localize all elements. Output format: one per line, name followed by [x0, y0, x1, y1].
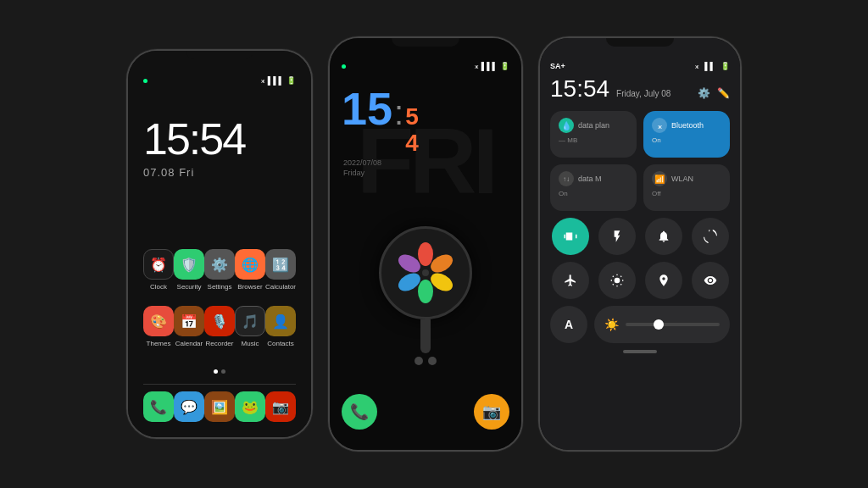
- cc-tiles-grid: 💧 data plan — MB ⁎ Bluetooth On ↑↓ data …: [550, 111, 730, 211]
- lock-time: 15:54: [143, 117, 296, 161]
- app-calculator[interactable]: 🔢 Calculator: [265, 249, 296, 291]
- svg-point-8: [614, 278, 620, 284]
- wlan-status: Off: [652, 190, 721, 197]
- phone-lockscreen: ⁎ ▌▌▌ 🔋 15:54 07.08 Fri ⏰ Clock 🛡️ Secur…: [126, 49, 313, 439]
- tile-data-plan-header: 💧 data plan: [559, 118, 628, 133]
- bluetooth-status: On: [652, 136, 721, 144]
- dock-phone[interactable]: 📞: [143, 391, 174, 422]
- bluetooth-label: Bluetooth: [671, 121, 704, 130]
- bell-button[interactable]: [645, 218, 682, 255]
- status-icons-1: ⁎ ▌▌▌ 🔋: [261, 76, 296, 85]
- spinner-handle: [420, 319, 431, 353]
- clock-icon: ⏰: [143, 249, 174, 280]
- music-icon: 🎵: [235, 306, 265, 336]
- dock-misc[interactable]: 🐸: [235, 391, 265, 422]
- data-status: On: [559, 190, 628, 197]
- calculator-icon: 🔢: [265, 249, 296, 280]
- app-calendar[interactable]: 📅 Calendar: [174, 306, 204, 347]
- wlan-tile-icon: 📶: [652, 171, 667, 186]
- data-plan-icon: 💧: [559, 118, 574, 133]
- cc-bottom-row: A ☀️: [550, 306, 730, 343]
- app-security[interactable]: 🛡️ Security: [174, 249, 204, 291]
- themes-label: Themes: [147, 340, 171, 347]
- fab-phone[interactable]: 📞: [342, 394, 377, 430]
- app-clock[interactable]: ⏰ Clock: [143, 249, 174, 291]
- brightness-bar[interactable]: ☀️: [594, 306, 730, 343]
- spinner-body: [379, 226, 472, 319]
- status-icons-2: ⁎ ▌▌▌ 🔋: [475, 62, 509, 70]
- security-label: Security: [177, 283, 202, 291]
- cc-wifi-icon: ▌▌: [704, 62, 715, 70]
- dock-camera[interactable]: 📷: [265, 391, 296, 422]
- dock-gallery[interactable]: 🖼️: [204, 391, 235, 422]
- svg-point-0: [418, 242, 433, 266]
- status-bar-2: ⁎ ▌▌▌ 🔋: [342, 62, 509, 70]
- airplane-button[interactable]: [552, 262, 589, 299]
- cc-buttons-row-2: [550, 262, 730, 299]
- brightness-thumb: [654, 319, 664, 330]
- cc-time-row: 15:54 Friday, July 08 ⚙️ ✏️: [550, 75, 730, 103]
- app-music[interactable]: 🎵 Music: [235, 306, 265, 347]
- app-browser[interactable]: 🌐 Browser: [235, 249, 265, 291]
- vibrate-button[interactable]: [552, 218, 589, 255]
- bluetooth-icon: ⁎: [261, 76, 265, 85]
- cc-buttons-row-1: [550, 218, 730, 255]
- location-button[interactable]: [645, 262, 682, 299]
- spinner-widget: [379, 226, 472, 365]
- bluetooth-tile-icon: ⁎: [652, 118, 667, 133]
- tile-bluetooth-header: ⁎ Bluetooth: [652, 118, 721, 133]
- cc-settings-icon[interactable]: ⚙️: [698, 87, 710, 99]
- cc-status-bar: SA+ ⁎ ▌▌ 🔋: [550, 62, 730, 70]
- cc-status-icons: ⁎ ▌▌ 🔋: [695, 62, 730, 70]
- fri-background: FRI: [357, 114, 494, 208]
- status-dot: [143, 79, 147, 83]
- tile-bluetooth[interactable]: ⁎ Bluetooth On: [643, 111, 730, 158]
- browser-icon: 🌐: [235, 249, 265, 280]
- tile-data-header: ↑↓ data M: [559, 171, 628, 186]
- small-circle-1: [415, 357, 423, 365]
- app-settings[interactable]: ⚙️ Settings: [204, 249, 235, 291]
- auto-button[interactable]: A: [550, 306, 587, 343]
- app-row-2: 🎨 Themes 📅 Calendar 🎙️ Recorder 🎵 Music …: [143, 306, 296, 347]
- status-dot-2: [342, 64, 346, 69]
- status-bar-1: ⁎ ▌▌▌ 🔋: [143, 76, 296, 85]
- cc-edit-icon[interactable]: ✏️: [717, 87, 730, 99]
- music-label: Music: [242, 340, 259, 347]
- calendar-label: Calendar: [175, 340, 203, 347]
- data-plan-label: data plan: [578, 121, 609, 130]
- theme-button[interactable]: [598, 262, 636, 299]
- cc-date: Friday, July 08: [616, 89, 670, 98]
- app-contacts[interactable]: 👤 Contacts: [265, 306, 296, 347]
- app-recorder[interactable]: 🎙️ Recorder: [204, 306, 235, 347]
- eye-button[interactable]: [692, 262, 729, 299]
- tile-wlan[interactable]: 📶 WLAN Off: [643, 164, 730, 211]
- brightness-icon: ☀️: [604, 318, 619, 331]
- spinner-extras: [415, 357, 437, 365]
- home-indicator[interactable]: [623, 350, 657, 353]
- contacts-label: Contacts: [267, 340, 294, 347]
- calendar-icon: 📅: [174, 306, 204, 336]
- contacts-icon: 👤: [265, 306, 296, 336]
- flashlight-button[interactable]: [598, 218, 636, 255]
- fab-camera[interactable]: 📷: [474, 394, 509, 430]
- recorder-label: Recorder: [206, 340, 234, 347]
- data-tile-icon: ↑↓: [559, 171, 574, 186]
- lock-date: 07.08 Fri: [143, 166, 296, 179]
- signal-icon-2: ▌▌▌: [481, 62, 498, 70]
- tile-data[interactable]: ↑↓ data M On: [550, 164, 637, 211]
- app-row-1: ⏰ Clock 🛡️ Security ⚙️ Settings 🌐 Browse…: [143, 249, 296, 291]
- cc-time: 15:54: [550, 75, 609, 103]
- brightness-track: [626, 323, 720, 326]
- browser-label: Browser: [237, 283, 262, 291]
- spinner-petals: [392, 239, 459, 307]
- dock-messages[interactable]: 💬: [174, 391, 204, 422]
- security-icon: 🛡️: [174, 249, 204, 280]
- rotate-button[interactable]: [692, 218, 729, 255]
- app-themes[interactable]: 🎨 Themes: [143, 306, 174, 347]
- data-label: data M: [578, 175, 602, 183]
- phone-homescreen: ⁎ ▌▌▌ 🔋 15 : 5 4 2022/07/08 Friday FRI: [328, 36, 523, 452]
- bluetooth-icon-2: ⁎: [475, 62, 479, 70]
- clock-label: Clock: [150, 283, 167, 291]
- small-circle-2: [428, 357, 437, 365]
- tile-data-plan[interactable]: 💧 data plan — MB: [550, 111, 637, 158]
